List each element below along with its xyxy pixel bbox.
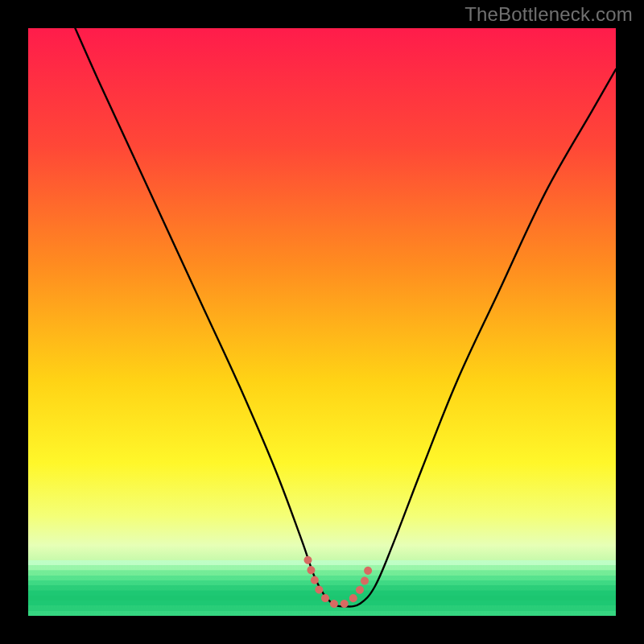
plot-area: [28, 28, 616, 616]
highlight-marker: [28, 28, 616, 616]
watermark-text: TheBottleneck.com: [464, 3, 633, 26]
chart-frame: TheBottleneck.com: [0, 0, 644, 644]
